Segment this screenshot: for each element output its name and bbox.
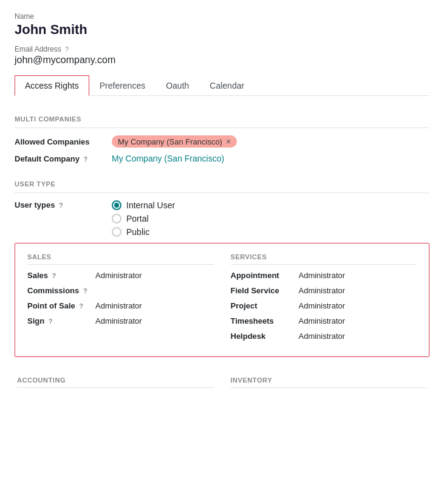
user-types-options: Internal User Portal Public xyxy=(112,200,175,237)
perm-pos-value: Administrator xyxy=(95,301,142,310)
email-label: Email Address ? xyxy=(15,45,429,53)
tab-bar: Access Rights Preferences Oauth Calendar xyxy=(15,75,429,96)
services-title: SERVICES xyxy=(231,253,417,265)
accounting-title: ACCOUNTING xyxy=(17,376,214,388)
perm-sign-help[interactable]: ? xyxy=(49,318,53,325)
perm-sign-value: Administrator xyxy=(95,316,142,325)
perm-pos-row: Point of Sale ? Administrator xyxy=(27,301,214,310)
multi-companies-title: MULTI COMPANIES xyxy=(15,108,429,128)
perm-sales-row: Sales ? Administrator xyxy=(27,271,214,280)
perm-sales-help[interactable]: ? xyxy=(52,272,56,279)
permissions-box: SALES Sales ? Administrator Commissions … xyxy=(15,243,429,357)
user-types-row: User types ? Internal User Portal Public xyxy=(15,200,429,237)
user-name: John Smith xyxy=(15,22,429,38)
user-type-section: USER TYPE User types ? Internal User Por… xyxy=(15,173,429,237)
sales-column: SALES Sales ? Administrator Commissions … xyxy=(25,253,216,347)
permissions-grid: SALES Sales ? Administrator Commissions … xyxy=(25,253,419,347)
tab-oauth[interactable]: Oauth xyxy=(155,75,199,96)
perm-sign-row: Sign ? Administrator xyxy=(27,316,214,325)
perm-helpdesk-label: Helpdesk xyxy=(231,332,292,341)
accounting-section: ACCOUNTING xyxy=(15,367,216,388)
tab-calendar[interactable]: Calendar xyxy=(199,75,254,96)
perm-timesheets-value: Administrator xyxy=(299,316,346,325)
inventory-title: INVENTORY xyxy=(231,376,428,388)
allowed-companies-label: Allowed Companies xyxy=(15,137,112,146)
perm-sales-value: Administrator xyxy=(95,271,142,280)
perm-commissions-label: Commissions ? xyxy=(27,286,88,295)
radio-portal-label: Portal xyxy=(126,214,149,223)
inventory-section: INVENTORY xyxy=(228,367,430,388)
default-company-row: Default Company ? My Company (San Franci… xyxy=(15,154,429,163)
services-column: SERVICES Appointment Administrator Field… xyxy=(228,253,420,347)
perm-fieldservice-label: Field Service xyxy=(231,286,292,295)
perm-appointment-label: Appointment xyxy=(231,271,292,280)
radio-internal-circle xyxy=(112,200,121,210)
bottom-sections: ACCOUNTING INVENTORY xyxy=(15,367,429,388)
company-badge[interactable]: My Company (San Francisco) × xyxy=(112,135,237,148)
perm-commissions-row: Commissions ? xyxy=(27,286,214,295)
company-badge-text: My Company (San Francisco) xyxy=(118,137,222,146)
radio-public-label: Public xyxy=(126,227,149,237)
perm-pos-help[interactable]: ? xyxy=(79,302,83,310)
radio-internal-user[interactable]: Internal User xyxy=(112,200,175,210)
perm-pos-label: Point of Sale ? xyxy=(27,301,88,310)
multi-companies-section: MULTI COMPANIES Allowed Companies My Com… xyxy=(15,108,429,163)
radio-public[interactable]: Public xyxy=(112,227,175,237)
sales-title: SALES xyxy=(27,253,214,265)
perm-helpdesk-value: Administrator xyxy=(299,332,346,341)
perm-sign-label: Sign ? xyxy=(27,316,88,325)
user-type-title: USER TYPE xyxy=(15,173,429,193)
email-help-icon[interactable]: ? xyxy=(65,46,69,53)
perm-fieldservice-row: Field Service Administrator xyxy=(231,286,417,295)
radio-portal-circle xyxy=(112,214,121,223)
tab-access-rights[interactable]: Access Rights xyxy=(15,75,89,96)
allowed-companies-value: My Company (San Francisco) × xyxy=(112,135,237,148)
perm-helpdesk-row: Helpdesk Administrator xyxy=(231,332,417,341)
perm-timesheets-row: Timesheets Administrator xyxy=(231,316,417,325)
name-label: Name xyxy=(15,12,429,21)
email-field: Email Address ? john@mycompany.com xyxy=(15,45,429,66)
perm-project-label: Project xyxy=(231,301,292,310)
perm-timesheets-label: Timesheets xyxy=(231,316,292,325)
default-company-help-icon[interactable]: ? xyxy=(84,155,88,163)
perm-project-row: Project Administrator xyxy=(231,301,417,310)
radio-internal-label: Internal User xyxy=(126,200,175,210)
perm-sales-label: Sales ? xyxy=(27,271,88,280)
name-label-field: Name John Smith xyxy=(15,12,429,38)
allowed-companies-row: Allowed Companies My Company (San Franci… xyxy=(15,135,429,148)
user-types-help-icon[interactable]: ? xyxy=(59,202,63,209)
perm-appointment-row: Appointment Administrator xyxy=(231,271,417,280)
default-company-value: My Company (San Francisco) xyxy=(112,154,224,163)
default-company-label: Default Company ? xyxy=(15,154,112,163)
company-badge-remove[interactable]: × xyxy=(226,137,231,146)
perm-project-value: Administrator xyxy=(299,301,346,310)
radio-portal[interactable]: Portal xyxy=(112,214,175,223)
user-types-label: User types ? xyxy=(15,200,112,209)
radio-public-circle xyxy=(112,227,121,237)
perm-commissions-help[interactable]: ? xyxy=(83,287,87,295)
email-value: john@mycompany.com xyxy=(15,55,429,66)
perm-fieldservice-value: Administrator xyxy=(299,286,346,295)
tab-preferences[interactable]: Preferences xyxy=(89,75,155,96)
perm-appointment-value: Administrator xyxy=(299,271,346,280)
